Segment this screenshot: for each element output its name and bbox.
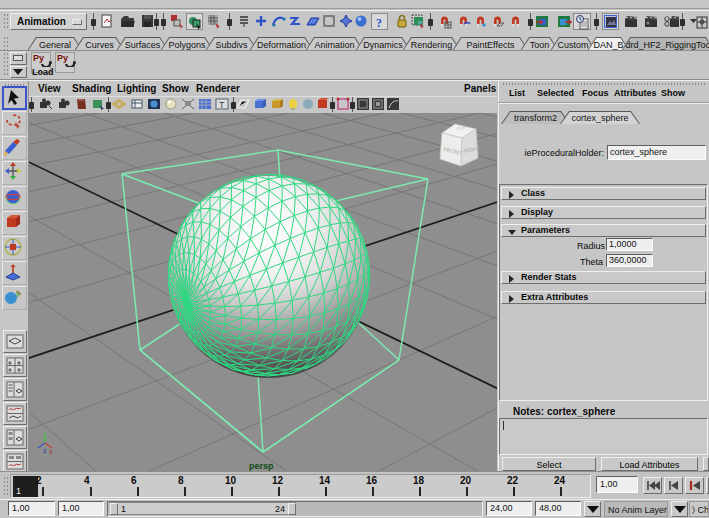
svg-text:z: z [43, 447, 47, 454]
svg-text:x: x [49, 448, 53, 454]
svg-text:T: T [219, 100, 225, 110]
svg-text:?: ? [376, 16, 382, 30]
